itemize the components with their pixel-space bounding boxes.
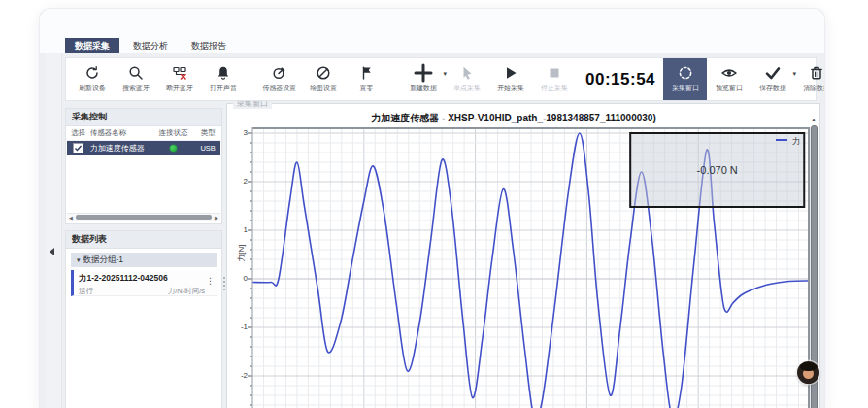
toolbar-button-label: 采集窗口 <box>672 84 699 92</box>
y-tick-label: -1 <box>230 323 248 331</box>
toolbar-start-collection-button[interactable]: 开始采集 <box>488 58 532 100</box>
toolbar-button-label: 新建数据 <box>410 84 437 92</box>
toolbar-button-label: 保存数据 <box>759 84 786 92</box>
trash-icon <box>808 63 825 82</box>
column-header: 类型 <box>195 128 220 138</box>
refresh-icon <box>83 63 101 82</box>
eye-icon <box>720 63 738 82</box>
dashed-circle-icon <box>677 63 694 82</box>
pointer-icon <box>458 63 476 82</box>
sidebar-collapse-icon[interactable] <box>50 248 54 255</box>
measurement-value-label: -0.070 N <box>697 164 738 176</box>
data-item-title: 力1-2-20251112-042506 <box>79 273 213 285</box>
collection-timer: 00:15:54 <box>585 70 655 89</box>
scrollbar-thumb[interactable] <box>76 215 212 220</box>
data-list-panel: 数据列表 ▾数据分组-1 力1-2-20251112-042506 运行 力/N… <box>65 230 222 408</box>
screenshot-stage: 数据采集数据分析数据报告 刷新设备搜索蓝牙断开蓝牙打开声音传感器设置绘图设置置零… <box>0 0 868 408</box>
legend-label: 力 <box>792 136 801 146</box>
scroll-up-icon[interactable]: ▲ <box>810 116 818 123</box>
toolbar-button-label: 单点采集 <box>453 84 481 92</box>
panel-splitter[interactable] <box>223 277 225 290</box>
toolbar-disconnect-bluetooth-button[interactable]: 断开蓝牙 <box>157 58 201 100</box>
avatar-hair <box>800 362 817 371</box>
toolbar-button-label: 打开声音 <box>210 84 237 92</box>
y-axis-label: 力[N] <box>236 241 247 266</box>
data-list-item[interactable]: 力1-2-20251112-042506 运行 力/N-时间/s ⋮ <box>71 270 217 296</box>
plus-icon <box>412 63 435 82</box>
toolbar-save-data-button[interactable]: ▾保存数据 <box>751 58 794 100</box>
collection-window-panel: 采集窗口 力加速度传感器 - XHSP-V10HID_path_-1981348… <box>226 103 820 408</box>
toolbar-button-label: 停止采集 <box>541 84 568 92</box>
chart-title: 力加速度传感器 - XHSP-V10HID_path_-1981348857_1… <box>227 112 800 125</box>
scroll-left-icon[interactable]: ◀ <box>67 214 75 221</box>
y-tick-label: 0 <box>230 274 248 283</box>
waveform-plot[interactable]: -0.070 N力 <box>252 127 810 408</box>
sensor-row[interactable]: 力加速度传感器USB <box>67 141 220 155</box>
scroll-right-icon[interactable]: ▶ <box>213 214 220 221</box>
bell-icon <box>215 63 232 82</box>
toolbar-search-bluetooth-button[interactable]: 搜索蓝牙 <box>114 58 157 100</box>
toolbar-button-label: 预览窗口 <box>716 84 743 92</box>
flag-icon <box>358 63 376 82</box>
toolbar-collection-window-button[interactable]: 采集窗口 <box>663 58 707 100</box>
search-icon <box>127 63 145 82</box>
y-tick-label: 2 <box>230 177 248 186</box>
sensor-name: 力加速度传感器 <box>90 143 151 153</box>
stop-icon <box>546 63 563 82</box>
toolbar-refresh-device-button[interactable]: 刷新设备 <box>70 58 114 100</box>
toolbar-new-data-button[interactable]: ▾新建数据 <box>401 58 445 100</box>
check-icon <box>764 63 782 82</box>
sidebar-collapse-strip <box>46 53 62 408</box>
sensor-table: 选择传感器名称连接状态类型力加速度传感器USB <box>67 126 220 155</box>
toolbar-sound-toggle-button[interactable]: 打开声音 <box>201 58 245 100</box>
toolbar-button-label: 断开蓝牙 <box>166 84 193 92</box>
toolbar-zero-set-button[interactable]: 置零 <box>345 58 388 100</box>
play-icon <box>502 63 519 82</box>
toolbar-button-label: 清除数据 <box>803 84 825 92</box>
sensor-type: USB <box>195 144 220 153</box>
gauge-icon <box>315 63 332 82</box>
main-tabbar: 数据采集数据分析数据报告 <box>65 38 236 53</box>
horizontal-scrollbar[interactable]: ◀ ▶ <box>67 213 220 221</box>
toolbar-single-point-button[interactable]: 单点采集 <box>445 58 488 100</box>
y-tick-label: -2 <box>230 371 248 380</box>
toolbar-preview-window-button[interactable]: 预览窗口 <box>707 58 751 100</box>
sensor-icon <box>271 63 288 82</box>
toolbar-button-label: 置零 <box>360 84 374 92</box>
toolbar-button-label: 搜索蓝牙 <box>122 84 150 92</box>
y-tick-label: 3 <box>230 128 248 137</box>
data-item-axes: 力/N-时间/s <box>168 287 205 296</box>
tab-data-acquisition[interactable]: 数据采集 <box>65 38 119 53</box>
sensor-checkbox[interactable] <box>73 143 83 153</box>
toolbar-button-label: 传感器设置 <box>262 84 296 92</box>
tab-data-analysis[interactable]: 数据分析 <box>123 38 178 53</box>
toolbar-sensor-settings-button[interactable]: 传感器设置 <box>257 58 301 100</box>
status-dot-icon <box>170 145 177 152</box>
toolbar-button-label: 开始采集 <box>497 84 524 92</box>
assistant-avatar-button[interactable] <box>797 361 819 384</box>
column-header: 传感器名称 <box>90 128 151 138</box>
toolbar-plot-settings-button[interactable]: 绘图设置 <box>301 58 345 100</box>
toolbar-button-label: 绘图设置 <box>310 84 337 92</box>
tab-data-report[interactable]: 数据报告 <box>182 38 236 53</box>
item-menu-icon[interactable]: ⋮ <box>206 276 215 286</box>
data-group-row[interactable]: ▾数据分组-1 <box>71 253 217 267</box>
bluetooth-off-icon <box>171 63 188 82</box>
column-header: 选择 <box>67 128 90 138</box>
app-window: 数据采集数据分析数据报告 刷新设备搜索蓝牙断开蓝牙打开声音传感器设置绘图设置置零… <box>39 8 825 408</box>
y-tick-label: 1 <box>230 225 248 234</box>
group-caret-icon[interactable]: ▾ <box>77 256 81 263</box>
toolbar-clear-data-button[interactable]: 清除数据 <box>794 58 825 100</box>
data-list-title: 数据列表 <box>66 231 221 249</box>
column-header: 连接状态 <box>151 128 195 138</box>
collection-control-panel: 采集控制 选择传感器名称连接状态类型力加速度传感器USB ◀ ▶ <box>65 108 222 224</box>
main-toolbar: 刷新设备搜索蓝牙断开蓝牙打开声音传感器设置绘图设置置零▾新建数据单点采集开始采集… <box>65 57 817 101</box>
toolbar-stop-collection-button[interactable]: 停止采集 <box>532 58 576 100</box>
data-item-status: 运行 <box>79 287 93 296</box>
collection-control-title: 采集控制 <box>66 109 221 126</box>
toolbar-button-label: 刷新设备 <box>79 84 106 92</box>
data-group-label: 数据分组-1 <box>83 255 124 264</box>
